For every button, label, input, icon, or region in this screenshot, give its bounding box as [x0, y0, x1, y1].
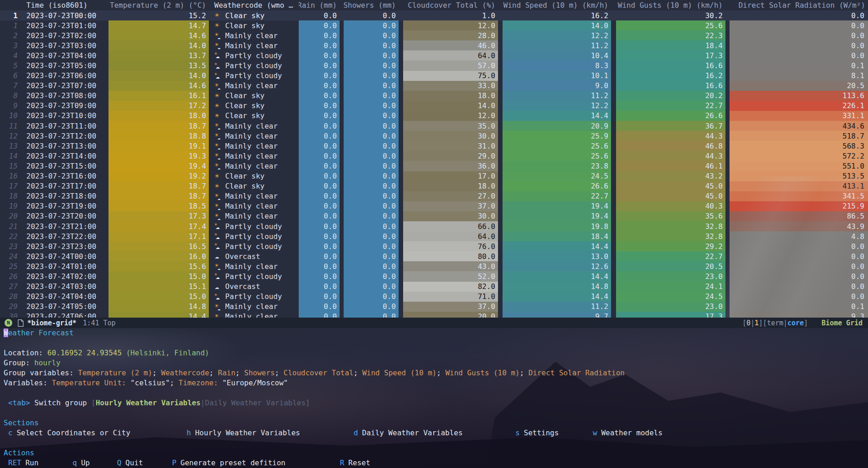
keybinding-label: Run: [25, 458, 39, 467]
table-row[interactable]: 222023-07-23T22:0017.1☀☁Partly cloudy0.0…: [0, 231, 868, 241]
cell-solar: 568.3: [730, 141, 868, 151]
menu-item-up[interactable]: qUp: [73, 458, 90, 468]
weathercode-label: Mainly clear: [225, 122, 278, 130]
cell-rain: 0.0: [299, 251, 340, 261]
cell-solar: 4.8: [730, 231, 868, 241]
weathercode-label: Mainly clear: [225, 31, 278, 40]
cell-time: 2023-07-23T09:00: [21, 101, 108, 111]
table-row[interactable]: 232023-07-23T23:0016.5☀☁Partly cloudy0.0…: [0, 241, 868, 251]
text-segment: Cloudcover Total: [284, 368, 354, 377]
keybinding-key: P: [172, 458, 177, 467]
table-row[interactable]: 212023-07-23T21:0017.4☀☁Partly cloudy0.0…: [0, 221, 868, 231]
menu-item-generate-preset-definition[interactable]: PGenerate preset defition: [172, 458, 286, 468]
menu-item-reset[interactable]: RReset: [340, 458, 370, 468]
cell-num: 21: [0, 221, 21, 231]
cell-showers: 0.0: [344, 91, 399, 101]
sun-behind-small-cloud-icon: ☀☁: [213, 31, 223, 40]
menu-item-daily-weather-variables[interactable]: dDaily Weather Variables: [354, 428, 463, 438]
cell-wind: 12.2: [503, 101, 611, 111]
cell-cloud: 31.0: [403, 141, 498, 151]
table-row[interactable]: 12023-07-23T01:0014.7☀☁Clear sky0.00.012…: [0, 20, 868, 30]
weathercode-label: Partly cloudy: [225, 242, 282, 251]
table-row[interactable]: 242023-07-24T00:0016.0☀☁Overcast0.00.080…: [0, 251, 868, 261]
menu-item-settings[interactable]: sSettings: [515, 428, 559, 438]
menu-item-quit[interactable]: QQuit: [117, 458, 143, 468]
cell-wind: 14.8: [503, 282, 611, 292]
table-row[interactable]: 132023-07-23T13:0019.1☀☁Mainly clear0.00…: [0, 141, 868, 151]
cell-solar: 0.0: [730, 282, 868, 292]
table-row[interactable]: 152023-07-23T15:0019.4☀☁Mainly clear0.00…: [0, 161, 868, 171]
table-row[interactable]: 202023-07-23T20:0017.3☀☁Mainly clear0.00…: [0, 211, 868, 221]
cell-num: 10: [0, 111, 21, 121]
table-row[interactable]: 142023-07-23T14:0019.3☀☁Mainly clear0.00…: [0, 151, 868, 161]
table-row[interactable]: 252023-07-24T01:0015.6☀☁Mainly clear0.00…: [0, 261, 868, 271]
cell-cloud: 82.0: [403, 282, 498, 292]
text-segment: ;: [275, 368, 283, 377]
table-row[interactable]: 32023-07-23T03:0014.0☀☁Mainly clear0.00.…: [0, 40, 868, 50]
cell-gusts: 45.0: [616, 181, 725, 191]
cell-time: 2023-07-23T12:00: [21, 131, 108, 141]
table-row[interactable]: 292023-07-24T05:0014.8☀☁Mainly clear0.00…: [0, 302, 868, 312]
cell-rain: 0.0: [299, 81, 340, 91]
cell-cloud: 12.0: [403, 20, 498, 30]
tab-daily-weather-variables[interactable]: Daily Weather Variables: [205, 398, 306, 407]
buffer-name[interactable]: *biome-grid*: [27, 319, 76, 327]
cell-num: 2: [0, 30, 21, 40]
table-row[interactable]: 262023-07-24T02:0015.0☀☁Partly cloudy0.0…: [0, 271, 868, 281]
cell-num: 24: [0, 251, 21, 261]
table-row[interactable]: 302023-07-24T06:0014.4☀☁Mainly clear0.00…: [0, 312, 868, 318]
cell-gusts: 44.3: [616, 131, 725, 141]
cell-temp: 18.7: [108, 181, 209, 191]
cell-code: ☀☁Partly cloudy: [209, 50, 299, 60]
cell-temp: 15.0: [108, 292, 209, 302]
table-row[interactable]: 12023-07-23T00:0015.2☀☁Clear sky0.00.01.…: [0, 10, 868, 20]
cell-time: 2023-07-23T21:00: [21, 221, 108, 231]
cell-temp: 19.4: [108, 161, 209, 171]
table-row[interactable]: 162023-07-23T16:0019.2☀☁Clear sky0.00.01…: [0, 171, 868, 181]
cell-gusts: 46.8: [616, 141, 725, 151]
table-row[interactable]: 42023-07-23T04:0013.7☀☁Partly cloudy0.00…: [0, 50, 868, 60]
cell-time: 2023-07-23T04:00: [21, 50, 108, 60]
cell-temp: 17.4: [108, 221, 209, 231]
cell-solar: 0.0: [730, 271, 868, 281]
cell-wind: 24.5: [503, 171, 611, 181]
table-row[interactable]: 272023-07-24T03:0015.1☀☁Overcast0.00.082…: [0, 282, 868, 292]
cell-num: 3: [0, 40, 21, 50]
weathercode-label: Overcast: [225, 252, 260, 261]
weathercode-label: Clear sky: [225, 172, 265, 180]
table-row[interactable]: 192023-07-23T19:0018.5☀☁Mainly clear0.00…: [0, 201, 868, 211]
table-row[interactable]: 282023-07-24T04:0015.0☀☁Partly cloudy0.0…: [0, 292, 868, 302]
table-row[interactable]: 172023-07-23T17:0018.7☀☁Clear sky0.00.01…: [0, 181, 868, 191]
table-row[interactable]: 112023-07-23T11:0018.7☀☁Mainly clear0.00…: [0, 121, 868, 131]
cell-gusts: 30.2: [616, 10, 725, 20]
table-row[interactable]: 182023-07-23T18:0018.7☀☁Mainly clear0.00…: [0, 191, 868, 201]
keybinding-label: Select Coordinates or City: [17, 428, 130, 437]
cell-num: 7: [0, 81, 21, 91]
text-segment: ;: [354, 368, 362, 377]
table-row[interactable]: 102023-07-23T10:0018.0☀☁Clear sky0.00.01…: [0, 111, 868, 121]
menu-item-select-coordinates-or-city[interactable]: cSelect Coordinates or City: [8, 428, 130, 438]
table-row[interactable]: 82023-07-23T08:0016.1☀☁Clear sky0.00.018…: [0, 91, 868, 101]
menu-item-hourly-weather-variables[interactable]: hHourly Weather Variables: [187, 428, 300, 438]
cell-wind: 16.2: [503, 10, 611, 20]
sun-behind-cloud-icon: ☀☁: [213, 71, 223, 80]
sun-behind-small-cloud-icon: ☀☁: [213, 151, 223, 160]
weathercode-label: Mainly clear: [225, 132, 278, 140]
cell-showers: 0.0: [344, 201, 399, 211]
cell-showers: 0.0: [344, 20, 399, 30]
cell-solar: 0.1: [730, 302, 868, 312]
table-row[interactable]: 62023-07-23T06:0014.0☀☁Partly cloudy0.00…: [0, 71, 868, 81]
table-row[interactable]: 22023-07-23T02:0014.6☀☁Mainly clear0.00.…: [0, 30, 868, 40]
cell-gusts: 16.2: [616, 71, 725, 81]
menu-item-weather-models[interactable]: wWeather models: [593, 428, 663, 438]
menu-item-run[interactable]: RETRun: [8, 458, 39, 468]
cell-code: ☀☁Partly cloudy: [209, 71, 299, 81]
cell-wind: 13.0: [503, 251, 611, 261]
table-row[interactable]: 122023-07-23T12:0018.8☀☁Mainly clear0.00…: [0, 131, 868, 141]
table-row[interactable]: 92023-07-23T09:0017.2☀☁Clear sky0.00.014…: [0, 101, 868, 111]
cell-gusts: 20.2: [616, 91, 725, 101]
tab-hourly-weather-variables[interactable]: Hourly Weather Variables: [96, 398, 201, 407]
text-segment: ]: [306, 398, 310, 407]
table-row[interactable]: 72023-07-23T07:0014.6☀☁Mainly clear0.00.…: [0, 81, 868, 91]
table-row[interactable]: 52023-07-23T05:0013.5☀☁Partly cloudy0.00…: [0, 60, 868, 70]
